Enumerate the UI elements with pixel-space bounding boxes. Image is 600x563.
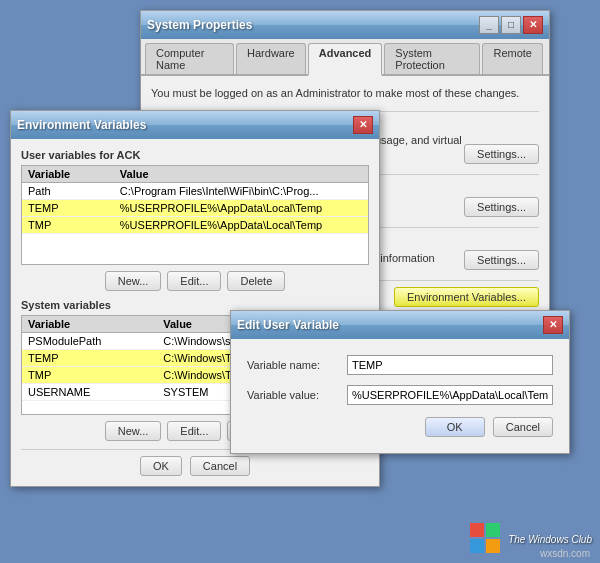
windows-logo-icon [470, 523, 502, 555]
var-name-input[interactable] [347, 355, 553, 375]
tab-advanced[interactable]: Advanced [308, 43, 383, 76]
table-row[interactable]: TEMP %USERPROFILE%\AppData\Local\Temp [22, 200, 368, 217]
performance-settings-btn[interactable]: Settings... [464, 144, 539, 164]
var-name: USERNAME [22, 384, 157, 401]
watermark-text: The Windows Club [508, 534, 592, 545]
var-name-row: Variable name: [247, 355, 553, 375]
var-name: TMP [22, 217, 114, 234]
system-new-btn[interactable]: New... [105, 421, 162, 441]
user-vars-table: Variable Value Path C:\Program Files\Int… [22, 166, 368, 234]
var-value: C:\Program Files\Intel\WiFi\bin\C:\Prog.… [114, 183, 368, 200]
table-row[interactable]: Path C:\Program Files\Intel\WiFi\bin\C:\… [22, 183, 368, 200]
site-text: wxsdn.com [540, 548, 590, 559]
var-value: %USERPROFILE%\AppData\Local\Temp [114, 217, 368, 234]
maximize-button[interactable]: □ [501, 16, 521, 34]
var-name-label: Variable name: [247, 359, 347, 371]
edit-dialog-btns: OK Cancel [247, 417, 553, 437]
var-value-input[interactable] [347, 385, 553, 405]
env-cancel-btn[interactable]: Cancel [190, 456, 250, 476]
env-ok-btn[interactable]: OK [140, 456, 182, 476]
tab-system-protection[interactable]: System Protection [384, 43, 480, 74]
user-edit-btn[interactable]: Edit... [167, 271, 221, 291]
user-delete-btn[interactable]: Delete [227, 271, 285, 291]
var-name: PSModulePath [22, 333, 157, 350]
system-props-titlebar: System Properties _ □ ✕ [141, 11, 549, 39]
user-vars-btn-row: New... Edit... Delete [21, 271, 369, 291]
edit-dialog-title: Edit User Variable [237, 318, 339, 332]
user-col-variable: Variable [22, 166, 114, 183]
titlebar-buttons: _ □ ✕ [479, 16, 543, 34]
tab-hardware[interactable]: Hardware [236, 43, 306, 74]
user-col-value: Value [114, 166, 368, 183]
close-button[interactable]: ✕ [523, 16, 543, 34]
edit-ok-btn[interactable]: OK [425, 417, 485, 437]
edit-dialog-titlebar: Edit User Variable ✕ [231, 311, 569, 339]
var-name: Path [22, 183, 114, 200]
var-value-label: Variable value: [247, 389, 347, 401]
edit-cancel-btn[interactable]: Cancel [493, 417, 553, 437]
var-name: TEMP [22, 350, 157, 367]
edit-titlebar-buttons: ✕ [543, 316, 563, 334]
svg-rect-2 [470, 539, 484, 553]
env-titlebar-buttons: ✕ [353, 116, 373, 134]
user-profiles-settings-btn[interactable]: Settings... [464, 197, 539, 217]
var-value: %USERPROFILE%\AppData\Local\Temp [114, 200, 368, 217]
env-bottom-btns: OK Cancel [21, 456, 369, 476]
svg-rect-1 [486, 523, 500, 537]
svg-rect-3 [486, 539, 500, 553]
tab-remote[interactable]: Remote [482, 43, 543, 74]
env-close-button[interactable]: ✕ [353, 116, 373, 134]
var-name: TEMP [22, 200, 114, 217]
user-new-btn[interactable]: New... [105, 271, 162, 291]
var-name: TMP [22, 367, 157, 384]
startup-settings-btn[interactable]: Settings... [464, 250, 539, 270]
info-text: You must be logged on as an Administrato… [151, 86, 539, 101]
var-value-row: Variable value: [247, 385, 553, 405]
edit-close-button[interactable]: ✕ [543, 316, 563, 334]
system-props-title: System Properties [147, 18, 252, 32]
system-edit-btn[interactable]: Edit... [167, 421, 221, 441]
env-vars-titlebar: Environment Variables ✕ [11, 111, 379, 139]
tab-computer-name[interactable]: Computer Name [145, 43, 234, 74]
table-row[interactable]: TMP %USERPROFILE%\AppData\Local\Temp [22, 217, 368, 234]
svg-rect-0 [470, 523, 484, 537]
minimize-button[interactable]: _ [479, 16, 499, 34]
env-variables-btn[interactable]: Environment Variables... [394, 287, 539, 307]
sys-col-variable: Variable [22, 316, 157, 333]
edit-user-variable-dialog: Edit User Variable ✕ Variable name: Vari… [230, 310, 570, 454]
user-vars-title: User variables for ACK [21, 149, 369, 161]
user-vars-table-container: Variable Value Path C:\Program Files\Int… [21, 165, 369, 265]
tab-bar: Computer Name Hardware Advanced System P… [141, 39, 549, 76]
edit-dialog-content: Variable name: Variable value: OK Cancel [231, 339, 569, 453]
env-vars-title: Environment Variables [17, 118, 146, 132]
